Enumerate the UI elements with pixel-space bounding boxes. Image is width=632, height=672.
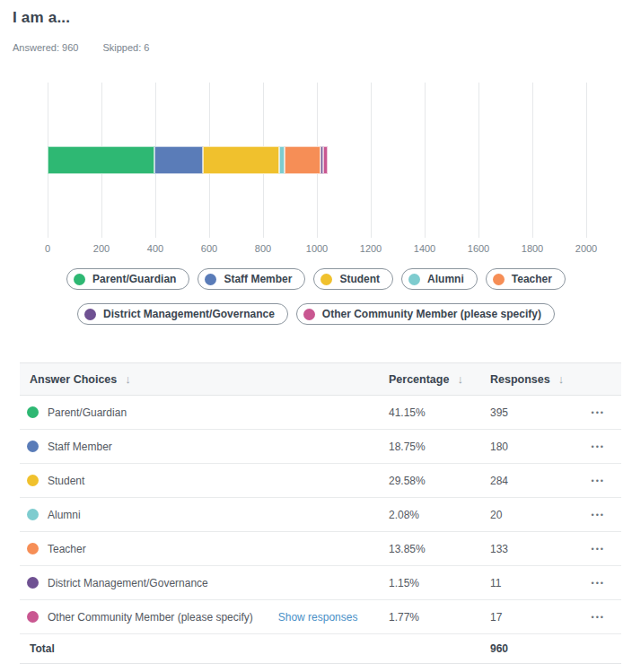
table-row-parent-guardian: Parent/Guardian 41.15% 395 ••• [20,396,621,430]
x-axis: 0200400600800100012001400160018002000 [48,243,586,256]
answer-color-dot [27,406,39,418]
table-row-alumni: Alumni 2.08% 20 ••• [20,498,621,532]
responses-value: 133 [490,543,585,555]
show-responses-link[interactable]: Show responses [278,611,358,624]
answer-color-dot [27,441,39,452]
row-menu-button[interactable]: ••• [585,476,621,485]
x-axis-tick: 0 [45,243,50,254]
table-row-teacher: Teacher 13.85% 133 ••• [20,532,621,566]
row-menu-button[interactable]: ••• [585,442,621,451]
responses-value: 284 [490,475,585,487]
answer-label: Alumni [48,509,81,521]
responses-value: 180 [490,441,585,453]
legend-label: Other Community Member (please specify) [322,308,541,320]
answer-color-dot [27,543,39,554]
responses-value: 20 [490,509,585,521]
page-title: I am a... [0,0,632,27]
responses-value: 11 [490,577,585,589]
legend-dot [493,274,505,285]
chart-legend-row-2: District Management/Governance Other Com… [0,303,632,325]
percentage-value: 13.85% [389,543,490,555]
sort-icon[interactable]: ↓ [457,372,463,386]
legend-label: Teacher [512,273,552,285]
legend-label: Alumni [427,273,464,285]
responses-value: 395 [490,406,585,419]
responses-value: 17 [490,611,585,624]
answer-color-dot [27,577,39,589]
answer-label: District Management/Governance [48,577,208,589]
bar-segment[interactable] [48,146,154,174]
chart-legend-row-1: Parent/Guardian Staff Member Student Alu… [0,268,632,290]
stacked-bar-chart: 0200400600800100012001400160018002000 [0,83,632,256]
legend-dot [408,274,420,285]
answered-count: Answered: 960 [13,42,78,53]
legend-dot [303,309,315,320]
row-menu-button[interactable]: ••• [585,511,621,519]
response-stats: Answered: 960 Skipped: 6 [13,42,632,53]
chart-plot [48,83,586,238]
percentage-value: 2.08% [389,509,490,521]
row-menu-button[interactable]: ••• [585,579,621,588]
percentage-value: 1.77% [389,611,490,624]
skipped-count: Skipped: 6 [102,42,149,53]
column-header-percentage[interactable]: Percentage ↓ [389,372,490,386]
x-axis-tick: 1800 [522,243,543,254]
legend-item-parent-guardian[interactable]: Parent/Guardian [66,268,189,290]
table-row-district-management: District Management/Governance 1.15% 11 … [20,566,621,600]
x-axis-tick: 1400 [414,243,435,254]
x-axis-tick: 600 [201,243,217,254]
legend-item-district-management[interactable]: District Management/Governance [77,303,288,325]
table-header: Answer Choices ↓ Percentage ↓ Responses … [20,362,621,396]
legend-label: Parent/Guardian [92,273,176,285]
results-table: Answer Choices ↓ Percentage ↓ Responses … [20,362,621,664]
table-row-staff-member: Staff Member 18.75% 180 ••• [20,430,621,464]
answer-label: Parent/Guardian [48,406,127,419]
legend-item-teacher[interactable]: Teacher [486,268,566,290]
table-row-student: Student 29.58% 284 ••• [20,464,621,498]
legend-item-staff-member[interactable]: Staff Member [198,268,305,290]
legend-item-alumni[interactable]: Alumni [401,268,478,290]
stacked-bar [48,146,586,174]
legend-dot [84,309,96,320]
bar-segment[interactable] [285,146,320,174]
x-axis-tick: 1600 [468,243,489,254]
bar-segment[interactable] [323,146,328,174]
row-menu-button[interactable]: ••• [585,408,621,417]
table-row-other-community-member: Other Community Member (please specify) … [20,600,621,634]
x-axis-tick: 1000 [306,243,328,254]
sort-icon[interactable]: ↓ [558,372,565,386]
legend-dot [205,274,216,285]
percentage-value: 41.15% [389,406,490,419]
bar-segment[interactable] [203,146,279,174]
sort-icon[interactable]: ↓ [125,372,131,386]
total-label: Total [30,642,389,655]
row-menu-button[interactable]: ••• [585,545,621,554]
legend-label: Student [339,273,380,285]
legend-label: District Management/Governance [103,308,275,320]
total-row: Total 960 [20,634,621,664]
percentage-value: 29.58% [389,475,490,487]
column-header-responses[interactable]: Responses ↓ [490,372,585,386]
answer-label: Other Community Member (please specify) [48,611,253,624]
answer-label: Student [48,475,84,487]
percentage-value: 1.15% [389,577,490,589]
legend-item-student[interactable]: Student [313,268,393,290]
answer-color-dot [27,509,39,520]
answer-label: Teacher [48,543,86,555]
row-menu-button[interactable]: ••• [585,613,621,622]
x-axis-tick: 800 [255,243,271,254]
total-responses: 960 [490,642,585,655]
legend-item-other-community-member[interactable]: Other Community Member (please specify) [296,303,555,325]
x-axis-tick: 400 [147,243,163,254]
legend-dot [320,274,332,285]
legend-label: Staff Member [224,273,292,285]
answer-label: Staff Member [48,441,112,453]
column-header-answer-choices[interactable]: Answer Choices ↓ [30,372,389,386]
answer-color-dot [27,475,39,486]
legend-dot [74,274,85,285]
x-axis-tick: 200 [93,243,110,254]
x-axis-tick: 1200 [360,243,382,254]
answer-color-dot [27,611,39,623]
x-axis-tick: 2000 [575,243,597,254]
bar-segment[interactable] [154,146,203,174]
